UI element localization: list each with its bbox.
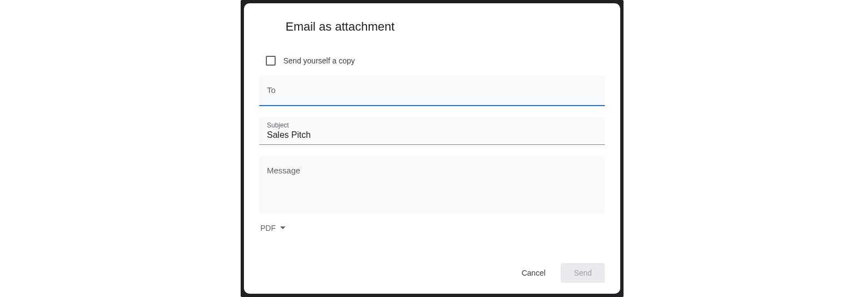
send-button[interactable]: Send xyxy=(561,263,605,283)
to-field[interactable]: To xyxy=(259,75,605,106)
chevron-down-icon xyxy=(280,226,286,230)
to-label: To xyxy=(267,85,276,95)
dialog-actions: Cancel Send xyxy=(516,263,605,283)
message-placeholder: Message xyxy=(267,166,300,175)
send-copy-row: Send yourself a copy xyxy=(266,56,605,66)
send-copy-checkbox[interactable] xyxy=(266,56,276,66)
format-label: PDF xyxy=(260,224,276,232)
dialog-frame: Email as attachment Send yourself a copy… xyxy=(241,0,624,297)
message-field[interactable]: Message xyxy=(259,156,605,214)
subject-label: Subject xyxy=(267,121,597,129)
subject-field[interactable]: Subject xyxy=(259,117,605,145)
dialog-title: Email as attachment xyxy=(286,20,605,34)
dialog-content: Send yourself a copy To Subject Message … xyxy=(259,56,605,238)
cancel-button[interactable]: Cancel xyxy=(516,264,551,282)
send-copy-label: Send yourself a copy xyxy=(283,56,355,65)
format-selector[interactable]: PDF xyxy=(260,224,605,232)
email-attachment-dialog: Email as attachment Send yourself a copy… xyxy=(244,3,620,294)
subject-input[interactable] xyxy=(267,130,597,140)
